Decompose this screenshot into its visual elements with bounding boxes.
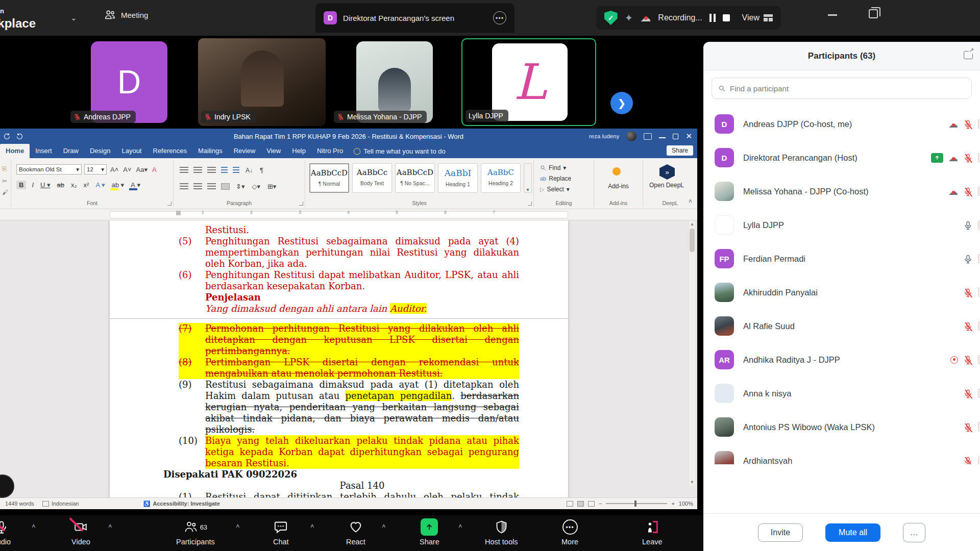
participant-row[interactable]: Al Rafie Suud bbox=[703, 309, 980, 343]
video-button[interactable]: Video bbox=[71, 518, 90, 546]
superscript-button[interactable]: x² bbox=[83, 181, 90, 189]
invite-button[interactable]: Invite bbox=[758, 523, 803, 542]
video-tile-indry[interactable]: Indry LPSK bbox=[198, 38, 326, 126]
next-videos-button[interactable]: ❯ bbox=[610, 92, 633, 114]
react-options-caret[interactable]: ˄ bbox=[382, 522, 386, 530]
audio-button[interactable]: Audio bbox=[0, 518, 11, 546]
tab-view[interactable]: View bbox=[261, 144, 286, 158]
numbered-list-icon[interactable] bbox=[193, 167, 202, 173]
leave-button[interactable]: Leave bbox=[642, 518, 663, 546]
participant-row[interactable]: Antonius PS Wibowo (Waka LPSK) bbox=[703, 410, 980, 444]
font-color-button[interactable]: A ▾ bbox=[130, 181, 141, 189]
zoom-in-button[interactable]: + bbox=[671, 500, 674, 507]
style-body-text[interactable]: AaBbCcBody Text bbox=[352, 163, 392, 193]
participant-row[interactable]: D Direktorat Perancangan (Host) ☁ bbox=[703, 141, 980, 174]
read-mode-icon[interactable] bbox=[567, 501, 573, 507]
increase-indent-icon[interactable] bbox=[233, 167, 239, 173]
document-canvas[interactable]: Restitusi. (5)Penghitungan Restitusi seb… bbox=[0, 220, 687, 497]
video-tile-andreas[interactable]: D Andreas DJPP bbox=[67, 38, 193, 126]
decrease-indent-icon[interactable] bbox=[221, 167, 228, 173]
open-deepl-button[interactable]: Open DeepL bbox=[643, 182, 690, 189]
chevron-down-icon[interactable]: ⌄ bbox=[70, 13, 77, 22]
align-center-icon[interactable] bbox=[193, 183, 202, 190]
participant-row[interactable]: D Andreas DJPP (Co-host, me) ☁ bbox=[703, 107, 980, 141]
stop-recording-button[interactable] bbox=[723, 14, 730, 21]
tell-me-box[interactable]: Tell me what you want to do bbox=[349, 144, 450, 158]
audio-options-caret[interactable]: ˄ bbox=[32, 522, 36, 530]
addins-button[interactable]: Add-ins bbox=[594, 183, 643, 190]
pilcrow-icon[interactable]: ¶ bbox=[259, 166, 264, 174]
restore-window-button[interactable] bbox=[869, 9, 878, 18]
print-layout-icon[interactable] bbox=[577, 501, 584, 507]
participant-row[interactable]: FP Ferdian Permadi bbox=[703, 242, 980, 276]
sort-icon[interactable]: A↓ bbox=[244, 167, 254, 174]
account-name[interactable]: reza ludeny bbox=[589, 133, 619, 139]
bold-button[interactable]: B bbox=[16, 181, 26, 189]
account-avatar[interactable] bbox=[626, 131, 636, 141]
react-button[interactable]: React bbox=[346, 518, 365, 546]
bullet-list-icon[interactable] bbox=[180, 167, 188, 173]
video-tile-melissa[interactable]: Melissa Yohana - DJPP bbox=[331, 38, 458, 126]
line-spacing-icon[interactable]: ⇕▾ bbox=[235, 183, 246, 190]
styles-dialog-launcher[interactable] bbox=[528, 202, 532, 206]
chat-options-caret[interactable]: ˄ bbox=[310, 522, 314, 530]
participants-button[interactable]: 63 Participants bbox=[176, 518, 215, 546]
mute-all-button[interactable]: Mute all bbox=[825, 523, 880, 542]
more-button[interactable]: ••• More bbox=[561, 518, 578, 546]
multilevel-list-icon[interactable] bbox=[207, 167, 216, 173]
security-shield-icon[interactable]: ✓ bbox=[604, 11, 618, 25]
zoom-slider[interactable] bbox=[606, 503, 667, 504]
word-count[interactable]: 1449 words bbox=[5, 500, 34, 507]
workspace-label[interactable]: nrkplace bbox=[0, 5, 36, 30]
subscript-button[interactable]: x₂ bbox=[70, 181, 78, 189]
style-heading-2[interactable]: AaBbCHeading 2 bbox=[481, 163, 521, 193]
borders-icon[interactable]: ⊞▾ bbox=[266, 183, 277, 190]
tab-layout[interactable]: Layout bbox=[116, 144, 147, 158]
font-size-select[interactable]: 12▾ bbox=[84, 164, 107, 174]
grow-font-button[interactable]: A˄ bbox=[109, 166, 119, 173]
participant-row[interactable]: L Lylla DJPP bbox=[703, 208, 980, 242]
participant-search-input[interactable]: Find a participant bbox=[712, 78, 972, 99]
style-heading-1[interactable]: AaBbIHeading 1 bbox=[438, 163, 478, 193]
tab-home[interactable]: Home bbox=[0, 144, 30, 158]
shading-icon[interactable]: ◇▾ bbox=[251, 183, 261, 190]
web-layout-icon[interactable] bbox=[588, 501, 595, 507]
share-button[interactable]: Share bbox=[420, 518, 439, 546]
host-tools-button[interactable]: Host tools bbox=[485, 518, 518, 546]
collapse-ribbon-icon[interactable]: ˄ bbox=[689, 198, 692, 205]
participant-row[interactable]: Melissa Yohana - DJPP (Co-host) ☁ bbox=[703, 174, 980, 208]
tab-draw[interactable]: Draw bbox=[58, 144, 84, 158]
highlight-button[interactable]: ab ▾ bbox=[111, 181, 126, 189]
chat-button[interactable]: Chat bbox=[273, 518, 289, 546]
deepl-icon[interactable]: » bbox=[659, 164, 675, 180]
ai-companion-icon[interactable]: ✦ bbox=[625, 12, 633, 24]
participant-row[interactable]: Ardhiantsyah bbox=[703, 444, 980, 464]
video-tile-lylla-active[interactable]: L Lylla DJPP bbox=[461, 38, 596, 126]
share-options-caret[interactable]: ˄ bbox=[458, 522, 462, 530]
change-case-button[interactable]: Aa▾ bbox=[135, 166, 149, 173]
scroll-up-arrow[interactable]: ▲ bbox=[689, 220, 696, 228]
video-options-caret[interactable]: ˄ bbox=[108, 522, 112, 530]
participants-list[interactable]: D Andreas DJPP (Co-host, me) ☁ D Direkto… bbox=[703, 107, 980, 464]
style-normal[interactable]: AaBbCcD¶ Normal bbox=[309, 163, 349, 193]
word-close-button[interactable]: ✕ bbox=[685, 132, 692, 141]
addins-icon[interactable] bbox=[612, 167, 621, 176]
scroll-down-arrow[interactable]: ▼ bbox=[689, 479, 696, 486]
strikethrough-button[interactable]: ab bbox=[56, 181, 65, 189]
shrink-font-button[interactable]: A˅ bbox=[122, 166, 132, 173]
tab-meeting[interactable]: Meeting bbox=[105, 9, 148, 20]
accessibility-status[interactable]: ♿Accessibility: Investigate bbox=[143, 500, 220, 507]
indent-marker[interactable] bbox=[176, 211, 181, 215]
clear-formatting-button[interactable]: A bbox=[151, 166, 158, 173]
participant-row[interactable]: AR Andhika Raditya J - DJPP bbox=[703, 343, 980, 377]
scroll-thumb[interactable] bbox=[690, 229, 695, 252]
tab-help[interactable]: Help bbox=[286, 144, 311, 158]
view-button[interactable]: View bbox=[742, 13, 773, 22]
participants-options-caret[interactable]: ˄ bbox=[236, 522, 240, 530]
font-name-select[interactable]: Bookman Old St▾ bbox=[16, 164, 82, 174]
align-left-icon[interactable] bbox=[180, 183, 188, 190]
tab-nitro-pro[interactable]: Nitro Pro bbox=[311, 144, 349, 158]
participants-more-button[interactable]: ... bbox=[903, 523, 925, 542]
text-effects-button[interactable]: A ▾ bbox=[94, 181, 106, 189]
minimize-button[interactable] bbox=[828, 14, 837, 16]
